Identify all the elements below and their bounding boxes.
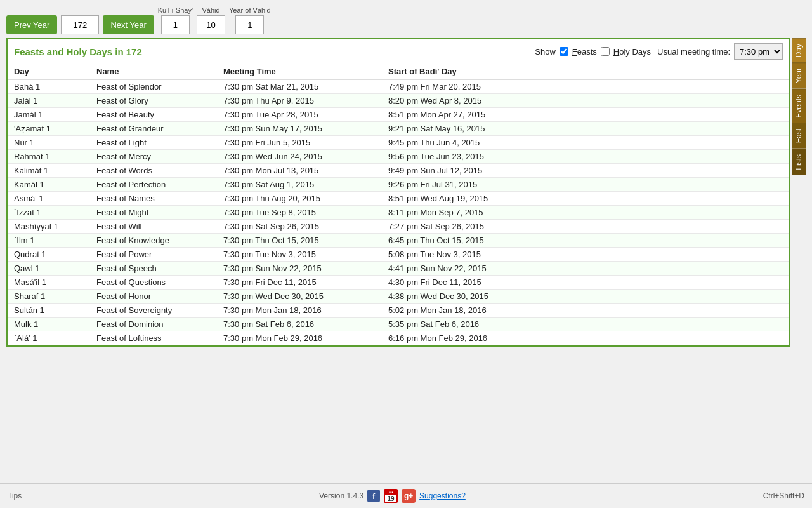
version-text: Version 1.4.3 bbox=[319, 491, 363, 500]
row-name: Feast of Dominion bbox=[96, 319, 223, 329]
row-badi: 4:41 pm Sun Nov 22, 2015 bbox=[388, 264, 783, 273]
meeting-time-select[interactable]: 7:00 pm7:30 pm8:00 pm8:30 pm bbox=[734, 43, 783, 60]
row-meeting: 7:30 pm Sat Aug 1, 2015 bbox=[223, 180, 388, 189]
table-row: `Izzat 1 Feast of Might 7:30 pm Tue Sep … bbox=[8, 206, 789, 220]
row-meeting: 7:30 pm Wed Jun 24, 2015 bbox=[223, 152, 388, 161]
table-container: Feasts and Holy Days in 172 Show Feasts … bbox=[6, 38, 790, 347]
row-name: Feast of Speech bbox=[96, 264, 223, 273]
prev-year-button[interactable]: Prev Year bbox=[6, 15, 57, 34]
row-name: Feast of Names bbox=[96, 194, 223, 203]
footer: Tips Version 1.4.3 f ▪▪▪ 19 g+ Suggestio… bbox=[0, 483, 812, 508]
row-badi: 5:08 pm Tue Nov 3, 2015 bbox=[388, 250, 783, 259]
table-row: Bahá 1 Feast of Splendor 7:30 pm Sat Mar… bbox=[8, 80, 789, 94]
side-tab-lists[interactable]: Lists bbox=[792, 149, 806, 175]
table-row: Mulk 1 Feast of Dominion 7:30 pm Sat Feb… bbox=[8, 318, 789, 331]
row-name: Feast of Words bbox=[96, 166, 223, 175]
main-content: Feasts and Holy Days in 172 Show Feasts … bbox=[6, 38, 806, 347]
column-headers: Day Name Meeting Time Start of Badí' Day bbox=[8, 64, 789, 80]
feasts-label: Feasts bbox=[572, 47, 597, 57]
side-tab-fast[interactable]: Fast bbox=[792, 123, 806, 148]
table-row: Qudrat 1 Feast of Power 7:30 pm Tue Nov … bbox=[8, 248, 789, 262]
side-tab-events[interactable]: Events bbox=[792, 89, 806, 123]
row-badi: 5:35 pm Sat Feb 6, 2016 bbox=[388, 319, 783, 329]
col-name-header: Name bbox=[96, 67, 223, 76]
row-badi: 8:20 pm Wed Apr 8, 2015 bbox=[388, 96, 783, 105]
row-badi: 8:51 pm Mon Apr 27, 2015 bbox=[388, 110, 783, 119]
row-meeting: 7:30 pm Fri Jun 5, 2015 bbox=[223, 138, 388, 147]
row-badi: 6:16 pm Mon Feb 29, 2016 bbox=[388, 333, 783, 343]
year-group bbox=[61, 14, 99, 34]
row-meeting: 7:30 pm Sun Nov 22, 2015 bbox=[223, 264, 388, 273]
side-tab-day[interactable]: Day bbox=[792, 38, 806, 62]
year-vahid-label: Year of Váhid bbox=[229, 6, 271, 14]
footer-center: Version 1.4.3 f ▪▪▪ 19 g+ Suggestions? bbox=[22, 489, 763, 503]
row-meeting: 7:30 pm Mon Jul 13, 2015 bbox=[223, 166, 388, 175]
row-day: Núr 1 bbox=[14, 138, 96, 147]
row-badi: 9:45 pm Thu Jun 4, 2015 bbox=[388, 138, 783, 147]
row-meeting: 7:30 pm Fri Dec 11, 2015 bbox=[223, 277, 388, 287]
row-meeting: 7:30 pm Thu Aug 20, 2015 bbox=[223, 194, 388, 203]
row-day: Masá'il 1 bbox=[14, 277, 96, 287]
row-meeting: 7:30 pm Sat Mar 21, 2015 bbox=[223, 82, 388, 91]
row-name: Feast of Sovereignty bbox=[96, 305, 223, 315]
table-row: Sultán 1 Feast of Sovereignty 7:30 pm Mo… bbox=[8, 304, 789, 318]
row-badi: 9:21 pm Sat May 16, 2015 bbox=[388, 124, 783, 133]
row-meeting: 7:30 pm Tue Sep 8, 2015 bbox=[223, 208, 388, 217]
kull-input[interactable] bbox=[161, 15, 190, 34]
holy-days-label: Holy Days bbox=[613, 47, 651, 57]
row-name: Feast of Grandeur bbox=[96, 124, 223, 133]
row-name: Feast of Glory bbox=[96, 96, 223, 105]
row-name: Feast of Might bbox=[96, 208, 223, 217]
row-meeting: 7:30 pm Tue Nov 3, 2015 bbox=[223, 250, 388, 259]
row-day: 'Aẓamat 1 bbox=[14, 124, 96, 133]
feasts-checkbox[interactable] bbox=[560, 47, 568, 56]
year-vahid-group: Year of Váhid bbox=[229, 6, 271, 34]
table-row: Jalál 1 Feast of Glory 7:30 pm Thu Apr 9… bbox=[8, 94, 789, 108]
table-row: Kamál 1 Feast of Perfection 7:30 pm Sat … bbox=[8, 178, 789, 192]
row-day: Bahá 1 bbox=[14, 82, 96, 91]
row-badi: 8:11 pm Mon Sep 7, 2015 bbox=[388, 208, 783, 217]
row-day: Qawl 1 bbox=[14, 264, 96, 273]
row-name: Feast of Questions bbox=[96, 277, 223, 287]
side-tab-year[interactable]: Year bbox=[792, 62, 806, 88]
row-meeting: 7:30 pm Thu Oct 15, 2015 bbox=[223, 236, 388, 245]
row-day: Jamál 1 bbox=[14, 110, 96, 119]
year-vahid-input[interactable] bbox=[235, 15, 264, 34]
calendar-icon[interactable]: ▪▪▪ 19 bbox=[384, 489, 398, 503]
row-badi: 4:38 pm Wed Dec 30, 2015 bbox=[388, 291, 783, 301]
row-name: Feast of Honor bbox=[96, 291, 223, 301]
table-row: 'Aẓamat 1 Feast of Grandeur 7:30 pm Sun … bbox=[8, 122, 789, 136]
table-row: Masá'il 1 Feast of Questions 7:30 pm Fri… bbox=[8, 276, 789, 290]
col-day-header: Day bbox=[14, 67, 96, 76]
row-name: Feast of Beauty bbox=[96, 110, 223, 119]
table-title: Feasts and Holy Days in 172 bbox=[14, 46, 528, 57]
row-name: Feast of Power bbox=[96, 250, 223, 259]
row-badi: 9:56 pm Tue Jun 23, 2015 bbox=[388, 152, 783, 161]
table-row: `Alá' 1 Feast of Loftiness 7:30 pm Mon F… bbox=[8, 331, 789, 345]
row-name: Feast of Splendor bbox=[96, 82, 223, 91]
data-rows: Bahá 1 Feast of Splendor 7:30 pm Sat Mar… bbox=[8, 80, 789, 345]
googleplus-icon[interactable]: g+ bbox=[402, 489, 416, 503]
table-row: Mashíyyat 1 Feast of Will 7:30 pm Sat Se… bbox=[8, 220, 789, 234]
row-badi: 9:49 pm Sun Jul 12, 2015 bbox=[388, 166, 783, 175]
year-input[interactable] bbox=[61, 15, 99, 34]
row-day: Asmá' 1 bbox=[14, 194, 96, 203]
row-badi: 7:49 pm Fri Mar 20, 2015 bbox=[388, 82, 783, 91]
row-day: Jalál 1 bbox=[14, 96, 96, 105]
facebook-icon[interactable]: f bbox=[367, 490, 380, 502]
table-row: Kalimát 1 Feast of Words 7:30 pm Mon Jul… bbox=[8, 164, 789, 178]
row-day: Kalimát 1 bbox=[14, 166, 96, 175]
next-year-button[interactable]: Next Year bbox=[103, 15, 154, 34]
table-row: Sharaf 1 Feast of Honor 7:30 pm Wed Dec … bbox=[8, 290, 789, 304]
suggestions-text[interactable]: Suggestions? bbox=[419, 491, 466, 500]
row-meeting: 7:30 pm Sun May 17, 2015 bbox=[223, 124, 388, 133]
vahid-input[interactable] bbox=[197, 15, 225, 34]
holy-days-checkbox[interactable] bbox=[601, 47, 610, 56]
top-bar: Prev Year Next Year Kull-i-Shay' Váhid Y… bbox=[0, 0, 812, 38]
kull-label: Kull-i-Shay' bbox=[158, 6, 193, 14]
row-meeting: 7:30 pm Mon Feb 29, 2016 bbox=[223, 333, 388, 343]
row-name: Feast of Mercy bbox=[96, 152, 223, 161]
row-name: Feast of Will bbox=[96, 222, 223, 231]
col-badi-header: Start of Badí' Day bbox=[388, 67, 783, 76]
table-row: Asmá' 1 Feast of Names 7:30 pm Thu Aug 2… bbox=[8, 192, 789, 206]
